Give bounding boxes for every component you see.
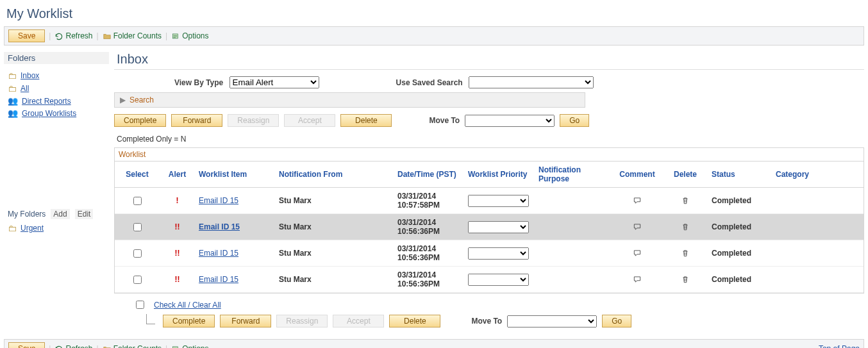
complete-button-bottom[interactable]: Complete bbox=[163, 315, 215, 327]
col-select[interactable]: Select bbox=[115, 162, 160, 188]
table-row[interactable]: !Email ID 15Stu Marx03/31/2014 10:57:58P… bbox=[115, 188, 864, 214]
options-link-bottom[interactable]: Options bbox=[171, 344, 208, 348]
folder-counts-label: Folder Counts bbox=[113, 344, 162, 348]
options-icon bbox=[171, 31, 180, 41]
check-all-link[interactable]: Check All / Clear All bbox=[154, 301, 221, 310]
alert-icon: !! bbox=[160, 214, 195, 240]
sidebar-item-all[interactable]: 🗀 All bbox=[4, 82, 109, 95]
date-time: 03/31/2014 10:56:36PM bbox=[394, 267, 464, 293]
folder-counts-label: Folder Counts bbox=[113, 31, 162, 40]
sidebar-item-direct-reports[interactable]: 👥 Direct Reports bbox=[4, 95, 109, 107]
status-value: Completed bbox=[708, 214, 772, 240]
search-expander[interactable]: ▶ Search bbox=[114, 92, 585, 108]
col-worklist-priority[interactable]: Worklist Priority bbox=[464, 162, 535, 188]
col-alert[interactable]: Alert bbox=[160, 162, 195, 188]
priority-select[interactable] bbox=[468, 221, 529, 233]
add-folder-link[interactable]: Add bbox=[51, 209, 69, 219]
table-row[interactable]: !!Email ID 15Stu Marx03/31/2014 10:56:36… bbox=[115, 214, 864, 240]
edit-folder-link[interactable]: Edit bbox=[75, 209, 94, 219]
folder-counts-link[interactable]: Folder Counts bbox=[103, 31, 162, 41]
col-delete[interactable]: Delete bbox=[663, 162, 708, 188]
worklist-item-link[interactable]: Email ID 15 bbox=[199, 249, 238, 258]
notification-purpose bbox=[535, 188, 612, 214]
top-of-page-link[interactable]: Top of Page bbox=[819, 344, 860, 348]
use-saved-search-label: Use Saved Search bbox=[396, 78, 463, 87]
col-comment[interactable]: Comment bbox=[612, 162, 663, 188]
folder-counts-link-bottom[interactable]: Folder Counts bbox=[103, 344, 162, 348]
delete-icon[interactable] bbox=[663, 267, 708, 293]
refresh-label: Refresh bbox=[65, 31, 92, 40]
view-by-type-select[interactable]: Email Alert bbox=[230, 76, 319, 88]
delete-icon[interactable] bbox=[663, 214, 708, 240]
use-saved-search-select[interactable] bbox=[469, 76, 594, 88]
separator: | bbox=[97, 344, 99, 348]
complete-button[interactable]: Complete bbox=[114, 114, 166, 127]
refresh-link-bottom[interactable]: Refresh bbox=[54, 344, 92, 348]
sidebar-item-inbox[interactable]: 🗀 Inbox bbox=[4, 69, 109, 82]
folders-header: Folders bbox=[4, 52, 109, 64]
row-select-checkbox[interactable] bbox=[133, 276, 142, 284]
status-value: Completed bbox=[708, 240, 772, 267]
date-time: 03/31/2014 10:57:58PM bbox=[394, 188, 464, 214]
options-link[interactable]: Options bbox=[171, 31, 208, 41]
check-all-checkbox[interactable] bbox=[136, 301, 144, 309]
delete-button[interactable]: Delete bbox=[340, 114, 392, 127]
refresh-icon bbox=[54, 31, 63, 41]
notification-from: Stu Marx bbox=[275, 188, 394, 214]
col-status[interactable]: Status bbox=[708, 162, 772, 188]
view-by-type-label: View By Type bbox=[174, 78, 223, 87]
status-value: Completed bbox=[708, 188, 772, 214]
sidebar-item-label: All bbox=[21, 84, 29, 93]
forward-button[interactable]: Forward bbox=[171, 114, 222, 127]
date-time: 03/31/2014 10:56:36PM bbox=[394, 214, 464, 240]
save-button[interactable]: Save bbox=[8, 29, 45, 42]
col-worklist-item[interactable]: Worklist Item bbox=[195, 162, 275, 188]
col-date-time[interactable]: Date/Time (PST) bbox=[394, 162, 464, 188]
priority-select[interactable] bbox=[468, 274, 529, 286]
table-row[interactable]: !!Email ID 15Stu Marx03/31/2014 10:56:36… bbox=[115, 240, 864, 267]
col-category[interactable]: Category bbox=[772, 162, 864, 188]
col-notification-purpose[interactable]: Notification Purpose bbox=[535, 162, 612, 188]
my-folders-row: My Folders Add Edit bbox=[8, 209, 105, 219]
comment-icon[interactable] bbox=[612, 214, 663, 240]
priority-select[interactable] bbox=[468, 195, 529, 207]
forward-button-bottom[interactable]: Forward bbox=[220, 315, 271, 327]
check-all-row: Check All / Clear All bbox=[133, 299, 864, 311]
separator: | bbox=[49, 31, 51, 40]
category-value bbox=[772, 240, 864, 267]
move-to-select-bottom[interactable] bbox=[507, 315, 597, 327]
worklist-item-link[interactable]: Email ID 15 bbox=[199, 222, 240, 231]
sidebar-item-label: Group Worklists bbox=[22, 109, 76, 118]
comment-icon[interactable] bbox=[612, 240, 663, 267]
my-folders-label: My Folders bbox=[8, 210, 46, 219]
delete-icon[interactable] bbox=[663, 240, 708, 267]
comment-icon[interactable] bbox=[612, 267, 663, 293]
folder-icon bbox=[103, 344, 112, 348]
separator: | bbox=[165, 31, 167, 40]
sidebar-item-urgent[interactable]: 🗀 Urgent bbox=[4, 222, 109, 235]
row-select-checkbox[interactable] bbox=[133, 197, 142, 205]
go-button[interactable]: Go bbox=[560, 114, 589, 127]
col-notification-from[interactable]: Notification From bbox=[275, 162, 394, 188]
sidebar-item-group-worklists[interactable]: 👥 Group Worklists bbox=[4, 107, 109, 119]
row-select-checkbox[interactable] bbox=[133, 223, 142, 231]
main-heading: Inbox bbox=[117, 52, 864, 67]
options-icon bbox=[171, 344, 180, 348]
comment-icon[interactable] bbox=[612, 188, 663, 214]
reassign-button: Reassign bbox=[228, 114, 279, 127]
delete-icon[interactable] bbox=[663, 188, 708, 214]
worklist-item-link[interactable]: Email ID 15 bbox=[199, 196, 238, 205]
save-button-bottom[interactable]: Save bbox=[8, 342, 45, 348]
row-select-checkbox[interactable] bbox=[133, 249, 142, 258]
refresh-link[interactable]: Refresh bbox=[54, 31, 92, 41]
alert-icon: !! bbox=[160, 267, 195, 293]
status-value: Completed bbox=[708, 267, 772, 293]
table-row[interactable]: !!Email ID 15Stu Marx03/31/2014 10:56:36… bbox=[115, 267, 864, 293]
worklist-item-link[interactable]: Email ID 15 bbox=[199, 275, 238, 284]
priority-select[interactable] bbox=[468, 247, 529, 260]
move-to-select[interactable] bbox=[465, 115, 555, 127]
search-label: Search bbox=[129, 95, 154, 104]
go-button-bottom[interactable]: Go bbox=[602, 315, 631, 327]
separator: | bbox=[97, 31, 99, 40]
delete-button-bottom[interactable]: Delete bbox=[389, 315, 440, 327]
